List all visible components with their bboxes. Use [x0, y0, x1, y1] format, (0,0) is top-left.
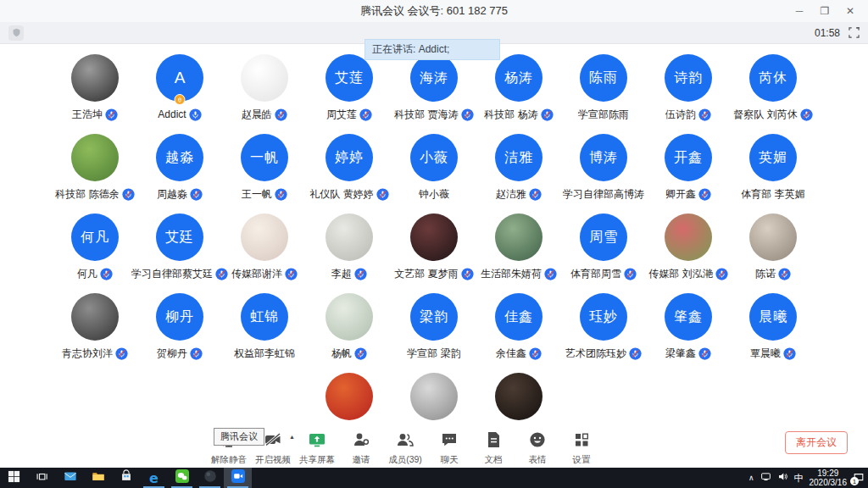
participant-cell[interactable]: 开鑫卿开鑫	[646, 134, 731, 201]
taskbar-darkapp[interactable]	[196, 468, 224, 488]
participant-cell[interactable]: 肇鑫梁肇鑫	[646, 293, 731, 360]
participant-cell[interactable]: 芮休督察队 刘芮休	[731, 54, 815, 121]
participant-mic-muted[interactable]	[624, 268, 637, 280]
participant-cell[interactable]: 陈雨学宣部陈雨	[561, 54, 646, 121]
participant-cell[interactable]: 李超	[307, 214, 392, 280]
participant-mic-muted[interactable]	[354, 347, 367, 360]
participant-cell[interactable]: 洁雅赵洁雅	[476, 134, 561, 201]
close-button[interactable]: ✕	[837, 0, 863, 22]
taskbar-start[interactable]	[0, 468, 28, 488]
window-titlebar[interactable]: 腾讯会议 会议号: 601 182 775 ─❐✕	[0, 0, 868, 22]
participant-cell[interactable]: 何凡何凡	[53, 214, 137, 280]
hidden-icons-chevron[interactable]: ∧	[748, 474, 754, 482]
participant-cell[interactable]: 科技部 陈德余	[53, 134, 137, 201]
participant-cell[interactable]: 博涛学习自律部高博涛	[561, 134, 646, 201]
participant-mic-muted[interactable]	[275, 188, 287, 201]
participant-mic-muted[interactable]	[275, 108, 287, 121]
taskbar-explorer[interactable]	[84, 468, 112, 488]
meeting-health-icon[interactable]	[8, 25, 24, 41]
participant-cell[interactable]: 晨曦覃晨曦	[731, 293, 815, 360]
participant-mic-muted[interactable]	[715, 268, 728, 280]
participant-mic-muted[interactable]	[354, 268, 367, 280]
avatar-text: 杨涛	[504, 69, 533, 87]
taskbar-store[interactable]	[112, 468, 140, 488]
participant-cell[interactable]: 越淼周越淼	[137, 134, 222, 201]
participant-mic-muted[interactable]	[698, 188, 711, 201]
participant-mic-muted[interactable]	[100, 268, 113, 280]
avatar-initials: A	[156, 54, 203, 102]
taskbar-edge[interactable]: e	[140, 468, 168, 488]
participant-cell[interactable]: 英媚体育部 李英媚	[731, 134, 815, 201]
participant-cell[interactable]: 佳鑫余佳鑫	[476, 293, 561, 360]
maximize-button[interactable]: ❐	[812, 0, 837, 22]
ime-indicator[interactable]: 中	[794, 472, 804, 485]
participant-mic-muted[interactable]	[461, 268, 474, 280]
avatar-initials: 何凡	[71, 214, 119, 261]
participant-mic-muted[interactable]	[105, 108, 118, 121]
participant-mic-muted[interactable]	[783, 347, 796, 360]
toolbar-chat-button[interactable]: 聊天	[427, 429, 471, 466]
participant-cell[interactable]: 虹锦权益部李虹锦	[222, 293, 307, 360]
participant-mic-on[interactable]	[189, 108, 202, 121]
participant-mic-muted[interactable]	[800, 108, 813, 121]
participant-cell[interactable]: AAddict	[137, 54, 222, 121]
participant-mic-muted[interactable]	[190, 347, 203, 360]
participant-cell[interactable]: 艾莲周艾莲	[307, 54, 392, 121]
participant-cell[interactable]: 生活部朱婧荷	[476, 214, 561, 280]
participant-mic-muted[interactable]	[544, 268, 557, 280]
toolbar-docs-button[interactable]: 文档	[471, 429, 515, 466]
participant-cell[interactable]: 传媒部 刘泓滟	[646, 214, 731, 280]
participant-mic-muted[interactable]	[376, 188, 389, 201]
toolbar-share-button[interactable]: 共享屏幕	[295, 429, 339, 466]
mic-muted-icon	[122, 188, 135, 201]
participant-mic-muted[interactable]	[541, 108, 554, 121]
taskbar-meeting[interactable]	[224, 468, 252, 488]
toolbar-settings-button[interactable]: 设置	[559, 429, 604, 466]
fullscreen-icon[interactable]	[849, 27, 860, 38]
participant-mic-muted[interactable]	[698, 108, 711, 121]
participant-cell[interactable]: 小薇钟小薇	[392, 134, 476, 201]
participant-cell[interactable]: 柳丹贺柳丹	[137, 293, 222, 360]
participant-mic-muted[interactable]	[359, 108, 372, 121]
action-center-icon[interactable]: 1	[853, 472, 865, 484]
participant-mic-muted[interactable]	[698, 347, 711, 360]
participant-cell[interactable]: 梁韵学宣部 梁韵	[392, 293, 476, 360]
leave-meeting-button[interactable]: 离开会议	[785, 431, 848, 454]
participant-cell[interactable]: 周雪体育部周雪	[561, 214, 646, 280]
participant-cell[interactable]: 王浩坤	[53, 54, 137, 121]
chevron-up-icon[interactable]: ▲	[289, 434, 295, 440]
participant-cell[interactable]: 一帆王一帆	[222, 134, 307, 201]
toolbar-invite-button[interactable]: 邀请	[339, 429, 383, 466]
participant-mic-muted[interactable]	[778, 268, 791, 280]
participant-cell[interactable]: 诗韵伍诗韵	[646, 54, 731, 121]
participant-cell[interactable]: 杨涛科技部 杨涛	[476, 54, 561, 121]
toolbar-emoji-button[interactable]: 表情	[515, 429, 559, 466]
participant-mic-muted[interactable]	[629, 347, 642, 360]
participant-cell[interactable]: 海涛科技部 贾海涛	[392, 54, 476, 121]
participant-mic-muted[interactable]	[529, 347, 542, 360]
participant-cell[interactable]: 婷婷礼仪队 黄婷婷	[307, 134, 392, 201]
window-controls: ─❐✕	[787, 0, 863, 22]
participant-cell[interactable]: 艾廷学习自律部蔡艾廷	[137, 214, 222, 280]
participant-mic-muted[interactable]	[190, 188, 203, 201]
participant-cell[interactable]: 陈诺	[731, 214, 815, 280]
participant-mic-muted[interactable]	[461, 108, 474, 121]
participant-mic-muted[interactable]	[285, 268, 298, 280]
toolbar-members-button[interactable]: 成员(39)	[383, 429, 427, 466]
participant-cell[interactable]: 杨帆	[307, 293, 392, 360]
participant-cell[interactable]: 文艺部 夏梦雨	[392, 214, 476, 280]
volume-icon[interactable]	[777, 470, 788, 485]
minimize-button[interactable]: ─	[787, 0, 812, 22]
participant-cell[interactable]: 珏妙艺术团陈珏妙	[561, 293, 646, 360]
taskbar-mail[interactable]	[56, 468, 84, 488]
participant-cell[interactable]: 传媒部谢洋	[222, 214, 307, 280]
taskbar-clock[interactable]: 19:29 2020/3/16	[810, 469, 848, 487]
participant-mic-muted[interactable]	[122, 188, 135, 201]
participant-cell[interactable]: 青志协刘洋	[53, 293, 137, 360]
participant-mic-muted[interactable]	[115, 347, 128, 360]
network-icon[interactable]	[760, 470, 771, 485]
participant-mic-muted[interactable]	[529, 188, 542, 201]
taskbar-wechat[interactable]	[168, 468, 196, 488]
participant-cell[interactable]: 赵晨皓	[222, 54, 307, 121]
taskbar-taskview[interactable]	[28, 468, 56, 488]
